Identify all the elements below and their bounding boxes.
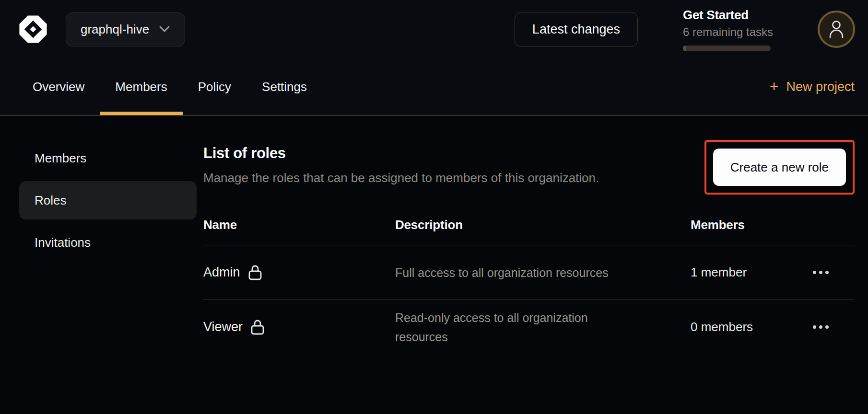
role-name-cell: Admin xyxy=(203,264,395,281)
members-sidebar: Members Roles Invitations xyxy=(0,116,203,404)
tab-settings[interactable]: Settings xyxy=(246,58,322,115)
role-menu-cell xyxy=(774,266,855,279)
ellipsis-menu-icon[interactable] xyxy=(811,321,831,334)
plus-icon: + xyxy=(770,79,779,94)
tab-settings-label: Settings xyxy=(262,80,307,94)
role-menu-cell xyxy=(774,321,855,334)
annotation-highlight: Create a new role xyxy=(704,140,855,195)
new-project-label: New project xyxy=(786,80,855,94)
tab-overview[interactable]: Overview xyxy=(17,58,100,115)
tab-members[interactable]: Members xyxy=(100,58,182,115)
get-started-subtitle: 6 remaining tasks xyxy=(683,25,772,39)
tab-policy[interactable]: Policy xyxy=(183,58,246,115)
roles-table: Name Description Members Admin Full acce… xyxy=(203,209,855,354)
latest-changes-button[interactable]: Latest changes xyxy=(515,12,638,47)
tabs: Overview Members Policy Settings xyxy=(17,58,322,115)
role-description: Full access to all organization resource… xyxy=(395,263,640,282)
sidebar-item-roles-label: Roles xyxy=(35,193,66,208)
user-avatar[interactable] xyxy=(818,11,855,48)
user-icon xyxy=(828,20,845,38)
roles-panel-header: List of roles Manage the roles that can … xyxy=(203,145,855,195)
roles-table-header: Name Description Members xyxy=(203,209,855,245)
chevron-down-icon xyxy=(159,25,170,33)
get-started-progress-fill xyxy=(683,46,686,51)
table-row-admin: Admin Full access to all organization re… xyxy=(203,245,855,299)
new-project-button[interactable]: + New project xyxy=(770,58,855,115)
create-new-role-label: Create a new role xyxy=(730,160,829,175)
column-header-members: Members xyxy=(691,218,774,232)
column-header-name: Name xyxy=(203,218,395,232)
lock-icon xyxy=(250,319,265,335)
create-new-role-button[interactable]: Create a new role xyxy=(713,149,846,186)
org-picker-label: graphql-hive xyxy=(81,22,149,37)
sidebar-item-invitations-label: Invitations xyxy=(35,235,91,250)
sidebar-item-invitations[interactable]: Invitations xyxy=(19,223,197,262)
table-row-viewer: Viewer Read-only access to all organizat… xyxy=(203,300,855,354)
top-bar: graphql-hive Latest changes Get Started … xyxy=(0,0,868,58)
role-member-count: 1 member xyxy=(691,265,774,280)
sidebar-item-roles[interactable]: Roles xyxy=(19,181,197,219)
ellipsis-menu-icon[interactable] xyxy=(811,266,831,279)
roles-heading-block: List of roles Manage the roles that can … xyxy=(203,145,599,185)
tab-members-label: Members xyxy=(115,80,167,94)
sidebar-item-members-label: Members xyxy=(35,151,86,166)
get-started-progress-bar xyxy=(683,46,771,51)
role-member-count: 0 members xyxy=(691,320,774,334)
role-name-admin: Admin xyxy=(203,265,240,280)
org-tab-bar: Overview Members Policy Settings + New p… xyxy=(0,58,868,115)
get-started-title: Get Started xyxy=(683,8,772,23)
lock-icon xyxy=(248,264,262,281)
roles-panel: List of roles Manage the roles that can … xyxy=(203,116,868,404)
latest-changes-label: Latest changes xyxy=(532,22,620,37)
tabrow-spacer xyxy=(322,58,770,115)
members-page: Members Roles Invitations List of roles … xyxy=(0,116,868,404)
get-started-widget[interactable]: Get Started 6 remaining tasks xyxy=(683,8,772,51)
org-picker-button[interactable]: graphql-hive xyxy=(66,12,185,46)
column-header-description: Description xyxy=(395,218,691,232)
role-name-viewer: Viewer xyxy=(203,320,243,334)
tab-policy-label: Policy xyxy=(198,80,231,94)
role-description: Read-only access to all organization res… xyxy=(395,308,640,346)
role-name-cell: Viewer xyxy=(203,319,395,335)
page-title: List of roles xyxy=(203,145,599,162)
hive-logo-icon[interactable] xyxy=(17,13,49,45)
page-subtitle: Manage the roles that can be assigned to… xyxy=(203,171,599,185)
sidebar-item-members[interactable]: Members xyxy=(19,139,197,177)
tab-overview-label: Overview xyxy=(33,80,84,94)
app-header: graphql-hive Latest changes Get Started … xyxy=(0,0,868,116)
